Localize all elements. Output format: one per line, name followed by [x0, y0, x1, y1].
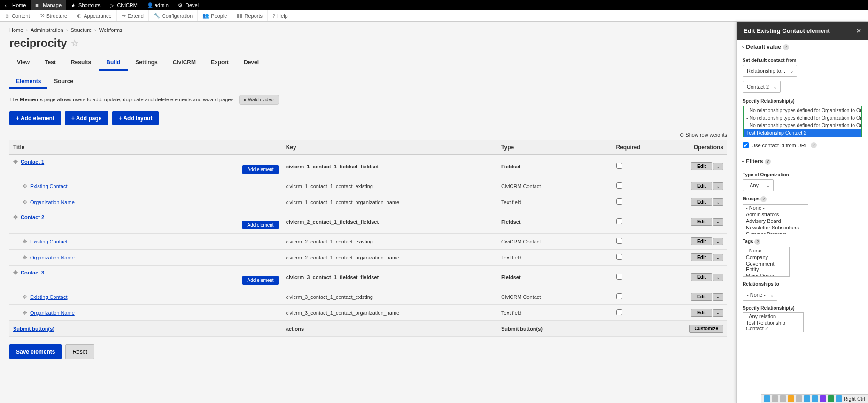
reset-button[interactable]: Reset — [65, 344, 94, 359]
listbox-option[interactable]: Newsletter Subscribers — [743, 224, 808, 231]
operations-dropdown[interactable]: ⌄ — [713, 274, 723, 281]
operations-dropdown[interactable]: ⌄ — [713, 254, 723, 261]
filters-summary[interactable]: › Filters ? — [737, 154, 868, 168]
listbox-option[interactable]: Advisory Board — [743, 218, 808, 224]
tags-listbox[interactable]: - None -CompanyGovernment EntityMajor Do… — [743, 247, 790, 277]
topbar-home[interactable]: ‹Home — [0, 0, 31, 10]
admin-content[interactable]: 🗎Content — [0, 10, 35, 21]
drag-icon[interactable]: ✥ — [23, 183, 27, 190]
admin-reports[interactable]: ▮▮Reports — [232, 10, 268, 21]
element-link[interactable]: Contact 1 — [21, 159, 44, 165]
tray-icon[interactable] — [836, 395, 842, 402]
breadcrumb-link[interactable]: Administration — [31, 27, 63, 33]
topbar-shortcuts[interactable]: ★Shortcuts — [66, 0, 105, 10]
tray-icon[interactable] — [764, 395, 770, 402]
edit-button[interactable]: Edit — [691, 198, 712, 206]
watch-video-button[interactable]: ▸ Watch video — [239, 95, 279, 105]
subtab-elements[interactable]: Elements — [9, 75, 47, 89]
help-icon[interactable]: ? — [765, 159, 771, 165]
edit-button[interactable]: Edit — [691, 309, 712, 317]
groups-listbox[interactable]: - None -AdministratorsAdvisory BoardNews… — [743, 204, 808, 234]
edit-button[interactable]: Edit — [691, 162, 712, 170]
listbox-option[interactable]: Government Entity — [743, 260, 789, 273]
admin-extend[interactable]: ⬌Extend — [117, 10, 149, 21]
star-icon[interactable]: ☆ — [71, 38, 78, 48]
tray-icon[interactable] — [772, 395, 778, 402]
topbar-devel[interactable]: ⚙Devel — [173, 0, 203, 10]
edit-button[interactable]: Edit — [691, 237, 712, 245]
admin-structure[interactable]: ⚒Structure — [35, 10, 73, 21]
tab-devel[interactable]: Devel — [236, 55, 266, 71]
operations-dropdown[interactable]: ⌄ — [713, 182, 723, 190]
add-element-inline-button[interactable]: Add element — [242, 276, 278, 285]
listbox-option[interactable]: Summer Program Volunteers — [743, 231, 808, 234]
specify-rel2-listbox[interactable]: - Any relation -Test Relationship Contac… — [743, 312, 804, 332]
help-icon[interactable]: ? — [783, 44, 789, 50]
admin-people[interactable]: 👥People — [198, 10, 232, 21]
admin-help[interactable]: ?Help — [268, 10, 293, 21]
topbar-civicrm[interactable]: ▷CiviCRM — [105, 0, 142, 10]
customize-button[interactable]: Customize — [689, 325, 723, 333]
set-default-select[interactable]: Relationship to... — [743, 65, 797, 77]
element-link[interactable]: Contact 3 — [21, 270, 44, 275]
edit-button[interactable]: Edit — [691, 293, 712, 301]
add-page-button[interactable]: + Add page — [65, 111, 108, 125]
edit-button[interactable]: Edit — [691, 182, 712, 190]
save-elements-button[interactable]: Save elements — [9, 344, 62, 359]
help-icon[interactable]: ? — [760, 196, 767, 202]
add-element-inline-button[interactable]: Add element — [242, 221, 278, 229]
operations-dropdown[interactable]: ⌄ — [713, 163, 723, 170]
element-link[interactable]: Existing Contact — [30, 294, 67, 300]
relationships-to-select[interactable]: - None - — [743, 289, 777, 301]
tab-test[interactable]: Test — [37, 55, 63, 71]
listbox-option[interactable]: Administrators — [743, 211, 808, 218]
operations-dropdown[interactable]: ⌄ — [713, 309, 723, 317]
tab-export[interactable]: Export — [203, 55, 236, 71]
required-checkbox[interactable] — [616, 254, 622, 260]
tray-icon[interactable] — [788, 395, 794, 402]
use-id-checkbox[interactable] — [743, 142, 749, 148]
required-checkbox[interactable] — [616, 293, 622, 299]
tray-icon[interactable] — [804, 395, 810, 402]
add-element-inline-button[interactable]: Add element — [242, 165, 278, 174]
required-checkbox[interactable] — [616, 274, 622, 280]
tray-icon[interactable] — [796, 395, 802, 402]
listbox-option[interactable]: - Any relation - — [743, 313, 803, 319]
element-link[interactable]: Organization Name — [30, 310, 75, 316]
breadcrumb-link[interactable]: Webforms — [99, 27, 123, 33]
type-org-select[interactable]: - Any - — [743, 179, 774, 191]
tab-view[interactable]: View — [9, 55, 37, 71]
element-link[interactable]: Existing Contact — [30, 239, 67, 244]
tray-icon[interactable] — [780, 395, 786, 402]
submit-link[interactable]: Submit button(s) — [13, 326, 54, 332]
element-link[interactable]: Organization Name — [30, 255, 75, 260]
element-link[interactable]: Contact 2 — [21, 214, 44, 220]
listbox-option[interactable]: - None - — [743, 205, 808, 211]
required-checkbox[interactable] — [616, 182, 622, 189]
tab-results[interactable]: Results — [63, 55, 99, 71]
add-element-button[interactable]: + Add element — [9, 111, 61, 125]
help-icon[interactable]: ? — [754, 239, 760, 245]
close-icon[interactable]: ✕ — [856, 27, 861, 34]
required-checkbox[interactable] — [616, 218, 622, 224]
help-icon[interactable]: ? — [811, 142, 817, 148]
topbar-admin[interactable]: 👤admin — [142, 0, 173, 10]
operations-dropdown[interactable]: ⌄ — [713, 218, 723, 226]
operations-dropdown[interactable]: ⌄ — [713, 293, 723, 301]
drag-icon[interactable]: ✥ — [23, 254, 27, 261]
tab-build[interactable]: Build — [99, 55, 128, 71]
tray-icon[interactable] — [828, 395, 834, 402]
required-checkbox[interactable] — [616, 163, 622, 169]
edit-button[interactable]: Edit — [691, 253, 712, 261]
contact-select[interactable]: Contact 2 — [743, 81, 781, 93]
required-checkbox[interactable] — [616, 238, 622, 244]
topbar-manage[interactable]: ≡Manage — [31, 0, 66, 10]
admin-configuration[interactable]: 🔧Configuration — [149, 10, 198, 21]
element-link[interactable]: Organization Name — [30, 199, 75, 205]
required-checkbox[interactable] — [616, 198, 622, 205]
breadcrumb-link[interactable]: Home — [9, 27, 23, 33]
element-link[interactable]: Existing Contact — [30, 183, 67, 189]
drag-icon[interactable]: ✥ — [23, 310, 27, 316]
specify-relationships-listbox[interactable]: - No relationship types defined for Orga… — [743, 106, 862, 137]
edit-button[interactable]: Edit — [691, 218, 712, 226]
